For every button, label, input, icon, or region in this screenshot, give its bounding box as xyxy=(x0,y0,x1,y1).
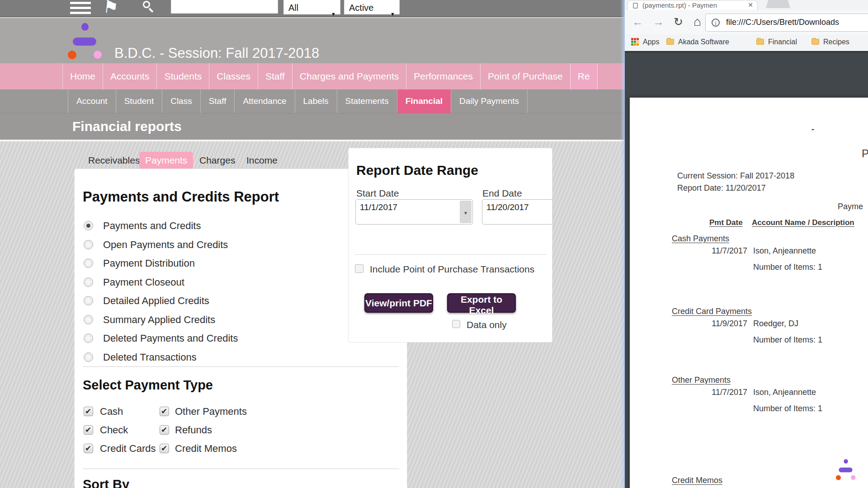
tab-close-icon[interactable]: ✕ xyxy=(748,1,753,9)
chrome-browser-window: (payments.rpt) - Paymen ✕ ← → ↻ ⌂ i file… xyxy=(625,0,868,488)
start-date-dropdown-button[interactable]: ▼ xyxy=(460,201,472,223)
forward-icon[interactable]: → xyxy=(653,15,664,28)
tab-strip: (payments.rpt) - Paymen ✕ xyxy=(625,0,868,10)
folder-icon[interactable] xyxy=(666,39,674,45)
data-only-label: Data only xyxy=(467,319,507,330)
pdf-item-count: Number of Items: 1 xyxy=(753,335,822,345)
app-header: B.D.C. - Session: Fall 2017-2018 xyxy=(0,18,625,63)
subnav-account[interactable]: Account xyxy=(68,89,116,113)
pdf-section-heading: Credit Card Payments xyxy=(672,307,752,316)
url-bar[interactable]: i file:///C:/Users/Brett/Downloads xyxy=(705,14,868,32)
document-favicon xyxy=(633,3,638,9)
radio-icon[interactable] xyxy=(84,258,93,268)
pdf-col-pmt-date: Pmt Date xyxy=(709,218,743,227)
start-date-label: Start Date xyxy=(356,188,399,199)
nav-accounts[interactable]: Accounts xyxy=(103,63,156,89)
checkbox-credit-memos[interactable] xyxy=(160,444,169,453)
tab-receivables[interactable]: Receivables xyxy=(82,152,146,169)
subnav-financial[interactable]: Financial xyxy=(397,89,451,113)
tab-income[interactable]: Income xyxy=(241,152,283,169)
radio-icon[interactable] xyxy=(84,315,93,324)
pdf-section-heading: Cash Payments xyxy=(672,234,729,244)
browser-tab[interactable]: (payments.rpt) - Paymen ✕ xyxy=(627,0,758,10)
radio-icon[interactable] xyxy=(84,240,93,249)
data-only-checkbox[interactable] xyxy=(452,320,460,328)
page-title-band: Financial reports xyxy=(0,113,625,140)
new-tab-button[interactable] xyxy=(766,0,790,8)
pdf-page: - P Current Session: Fall 2017-2018 Repo… xyxy=(630,98,868,488)
home-icon[interactable]: ⌂ xyxy=(693,15,701,28)
pdf-dash: - xyxy=(811,125,814,134)
subnav-student[interactable]: Student xyxy=(116,89,162,113)
subnav-labels[interactable]: Labels xyxy=(295,89,337,113)
top-bar: ⚑ All▼ Active▼ xyxy=(0,0,625,17)
export-to-excel-button[interactable]: Export to Excel xyxy=(447,293,516,313)
akada-logo-watermark xyxy=(836,459,856,480)
primary-nav: Home Accounts Students Classes Staff Cha… xyxy=(0,63,625,89)
subnav-statements[interactable]: Statements xyxy=(337,89,397,113)
pdf-item-count: Number of Items: 1 xyxy=(753,263,822,272)
start-date-input[interactable]: 11/1/2017 ▼ xyxy=(355,199,473,225)
bookmark-apps[interactable]: Apps xyxy=(643,38,659,46)
checkbox-credit-cards[interactable] xyxy=(84,444,93,453)
subnav-attendance[interactable]: Attendance xyxy=(234,89,294,113)
report-panel-title: Payments and Credits Report xyxy=(83,189,279,205)
status-select[interactable]: Active▼ xyxy=(344,0,400,14)
search-icon[interactable] xyxy=(143,1,155,14)
akada-logo xyxy=(68,22,103,59)
hamburger-menu-icon[interactable] xyxy=(70,2,91,14)
checkbox-check[interactable] xyxy=(84,425,93,435)
pdf-section-heading: Other Payments xyxy=(672,375,731,385)
subnav-staff[interactable]: Staff xyxy=(200,89,235,113)
view-print-pdf-button[interactable]: View/print PDF xyxy=(364,293,433,313)
folder-icon[interactable] xyxy=(756,39,764,45)
checkbox-other-payments[interactable] xyxy=(160,407,169,416)
pdf-item-count: Number of Items: 1 xyxy=(753,404,822,413)
pdf-title-partial: P xyxy=(862,147,868,160)
reload-icon[interactable]: ↻ xyxy=(674,15,683,28)
payment-type-heading: Select Payment Type xyxy=(83,378,213,393)
pdf-pmt-date: 11/7/2017 xyxy=(679,246,747,256)
page-info-icon[interactable]: i xyxy=(712,19,720,27)
apps-grid-icon[interactable] xyxy=(631,38,639,46)
folder-icon[interactable] xyxy=(811,39,819,45)
nav-performances[interactable]: Performances xyxy=(406,63,480,89)
content-area: Receivables Payments Charges Income Paym… xyxy=(0,141,625,488)
secondary-nav: Account Student Class Staff Attendance L… xyxy=(0,89,625,113)
divider xyxy=(83,469,399,469)
bookmark-recipes[interactable]: Recipes xyxy=(823,38,849,46)
nav-students[interactable]: Students xyxy=(156,63,209,89)
radio-icon[interactable] xyxy=(84,221,93,230)
radio-icon[interactable] xyxy=(84,277,93,287)
dropdown-arrow-icon: ▼ xyxy=(463,211,468,216)
pdf-account-name: Ison, Anjeannette xyxy=(753,246,816,256)
subnav-daily-payments[interactable]: Daily Payments xyxy=(451,89,528,113)
checkbox-refunds[interactable] xyxy=(160,425,169,435)
pdf-section-heading: Credit Memos xyxy=(672,476,722,485)
radio-icon[interactable] xyxy=(84,333,93,343)
scope-select[interactable]: All▼ xyxy=(283,0,340,14)
include-pop-checkbox[interactable] xyxy=(355,264,363,273)
back-icon[interactable]: ← xyxy=(632,15,643,28)
nav-home[interactable]: Home xyxy=(62,63,103,89)
tab-charges[interactable]: Charges xyxy=(193,152,241,169)
checkbox-cash[interactable] xyxy=(84,407,93,416)
radio-icon[interactable] xyxy=(84,296,93,305)
nav-charges-and-payments[interactable]: Charges and Payments xyxy=(292,63,406,89)
page-title: Financial reports xyxy=(72,119,182,134)
nav-point-of-purchase[interactable]: Point of Purchase xyxy=(480,63,570,89)
tab-payments[interactable]: Payments xyxy=(139,152,193,169)
nav-staff[interactable]: Staff xyxy=(258,63,292,89)
bookmark-financial[interactable]: Financial xyxy=(768,38,797,46)
nav-reports[interactable]: Re xyxy=(570,63,598,89)
search-input[interactable] xyxy=(171,0,278,14)
nav-classes[interactable]: Classes xyxy=(209,63,258,89)
bookmark-akada-software[interactable]: Akada Software xyxy=(678,38,729,46)
subnav-class[interactable]: Class xyxy=(162,89,200,113)
browser-toolbar: ← → ↻ ⌂ i file:///C:/Users/Brett/Downloa… xyxy=(625,10,868,34)
include-pop-label: Include Point of Purchase Transactions xyxy=(370,264,534,275)
flag-icon[interactable]: ⚑ xyxy=(102,0,119,18)
radio-icon[interactable] xyxy=(84,352,93,362)
end-date-input[interactable]: 11/20/2017 xyxy=(482,199,553,225)
tab-title: (payments.rpt) - Paymen xyxy=(642,1,745,9)
